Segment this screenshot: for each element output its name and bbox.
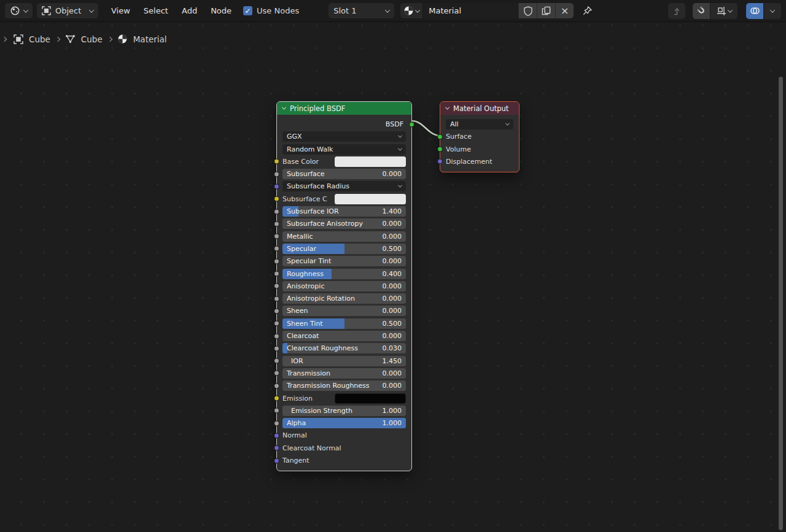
fake-user-button[interactable] [518,3,537,18]
material-output-node[interactable]: Material Output AllSurfaceVolumeDisplace… [440,101,519,172]
purple-socket[interactable] [274,433,279,438]
subsurface-c-swatch[interactable] [335,194,406,204]
gray-socket[interactable] [274,333,279,339]
slot-dropdown[interactable]: Slot 1 [329,3,394,18]
anisotropic-slider[interactable]: Anisotropic0.000 [282,281,406,291]
node-row: Anisotropic Rotation0.000 [282,293,406,304]
principled-node-header[interactable]: Principled BSDF [277,102,411,115]
green-socket[interactable] [409,121,414,127]
gray-socket[interactable] [274,246,279,252]
breadcrumb-item[interactable]: Cube [81,34,103,44]
gray-socket[interactable] [274,345,279,351]
roughness-slider[interactable]: Roughness0.400 [282,269,406,279]
gray-socket[interactable] [274,171,279,177]
transmission-roughness-slider[interactable]: Transmission Roughness0.000 [282,380,406,391]
node-row: Emission [282,393,406,404]
slider-value: 0.500 [383,245,402,253]
use-nodes-toggle[interactable]: ✓ Use Nodes [243,6,299,15]
slider-value: 0.000 [383,382,402,390]
subsurface-radius-dropdown[interactable]: Subsurface Radius [282,181,406,191]
subsurface-slider[interactable]: Subsurface0.000 [282,169,406,179]
ior-slider[interactable]: IOR1.450 [282,356,406,366]
specular-slider[interactable]: Specular0.500 [282,244,406,254]
green-socket[interactable] [437,134,443,139]
clearcoat-slider[interactable]: Clearcoat0.000 [282,331,406,341]
gray-socket[interactable] [274,408,279,414]
gray-socket[interactable] [274,420,279,426]
gray-socket[interactable] [274,358,279,364]
overlays-dropdown[interactable] [764,3,781,19]
collapse-chevron-icon[interactable] [445,106,449,110]
node-editor-canvas[interactable]: CubeCubeMaterial Principled BSDF BSDFGGX… [0,23,786,532]
gray-socket[interactable] [274,283,279,289]
input-label: Volume [446,145,471,153]
overlays-toggle-button[interactable] [746,3,763,19]
breadcrumb-item[interactable]: Cube [29,34,50,44]
menu-node[interactable]: Node [204,3,238,19]
subsurface-ior-slider[interactable]: Subsurface IOR1.400 [282,206,406,217]
unlink-material-button[interactable]: × [555,3,574,18]
node-row: Specular0.500 [282,244,406,254]
snap-toggle-button[interactable] [693,3,710,19]
yellow-socket[interactable] [274,396,279,401]
green-socket[interactable] [437,147,443,152]
gray-socket[interactable] [274,271,279,277]
gray-socket[interactable] [274,234,279,239]
pin-button[interactable] [582,6,593,16]
gray-socket[interactable] [274,383,279,388]
gray-socket[interactable] [274,258,279,264]
slider-label: Subsurface IOR [287,207,339,215]
breadcrumb-item[interactable]: Material [133,34,167,44]
purple-socket[interactable] [437,159,443,164]
chevron-down-icon [23,7,28,12]
clearcoat-roughness-slider[interactable]: Clearcoat Roughness0.030 [282,343,406,353]
slider-value: 0.000 [383,233,402,241]
subsurface-anisotropy-slider[interactable]: Subsurface Anisotropy0.000 [282,218,406,229]
gray-socket[interactable] [274,321,279,326]
purple-socket[interactable] [274,183,279,189]
alpha-slider[interactable]: Alpha1.000 [282,418,406,428]
slider-label: Metallic [287,233,313,241]
principled-bsdf-node[interactable]: Principled BSDF BSDFGGXRandom WalkBase C… [276,101,412,471]
parent-node-tree-button[interactable] [668,3,685,19]
purple-socket[interactable] [274,458,279,463]
browse-material-button[interactable] [400,3,422,18]
new-material-button[interactable] [537,3,555,18]
gray-socket[interactable] [274,296,279,301]
yellow-socket[interactable] [274,159,279,164]
metallic-slider[interactable]: Metallic0.000 [282,231,406,242]
purple-socket[interactable] [274,445,279,451]
vertical-scrollbar[interactable] [779,77,783,530]
gray-socket[interactable] [274,221,279,226]
menu-select[interactable]: Select [137,3,175,19]
collapse-chevron-icon[interactable] [282,106,286,110]
material-name-field[interactable]: Material [422,3,518,18]
snap-target-dropdown[interactable] [710,3,737,19]
ggx-dropdown[interactable]: GGX [282,131,406,142]
arrow-up-icon [672,6,682,16]
shader-mode-dropdown[interactable]: Object [37,3,98,18]
menu-add[interactable]: Add [175,3,204,19]
sheen-tint-slider[interactable]: Sheen Tint0.500 [282,318,406,329]
specular-tint-slider[interactable]: Specular Tint0.000 [282,256,406,266]
emission-swatch[interactable] [335,393,406,404]
random-walk-dropdown[interactable]: Random Walk [282,144,406,155]
transmission-slider[interactable]: Transmission0.000 [282,368,406,379]
menu-view[interactable]: View [104,3,137,19]
output-target-dropdown[interactable]: All [446,119,513,129]
sheen-slider[interactable]: Sheen0.000 [282,306,406,316]
material-output-node-header[interactable]: Material Output [440,102,519,115]
gray-socket[interactable] [274,308,279,314]
input-label: Base Color [282,158,335,166]
base-color-swatch[interactable] [335,156,406,167]
chevron-right-icon[interactable] [2,36,7,41]
use-nodes-checkbox[interactable]: ✓ [243,6,252,15]
dropdown-label: All [450,120,459,128]
output-socket-label: BSDF [386,120,403,128]
gray-socket[interactable] [274,371,279,376]
gray-socket[interactable] [274,209,279,214]
yellow-socket[interactable] [274,196,279,202]
editor-type-dropdown[interactable] [5,3,33,18]
anisotropic-rotation-slider[interactable]: Anisotropic Rotation0.000 [282,293,406,304]
emission-strength-slider[interactable]: Emission Strength1.000 [282,406,406,416]
